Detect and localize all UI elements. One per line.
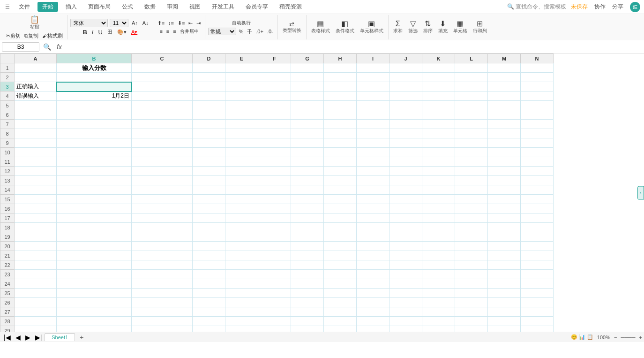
cell-I23[interactable] xyxy=(357,270,389,279)
cell-K11[interactable] xyxy=(422,157,455,167)
cell-M3[interactable] xyxy=(488,82,521,91)
cell-K7[interactable] xyxy=(422,120,455,129)
cell-F6[interactable] xyxy=(258,110,291,120)
cell-G7[interactable] xyxy=(291,120,324,129)
cell-I16[interactable] xyxy=(357,204,389,213)
row-num-11[interactable]: 11 xyxy=(0,157,15,167)
col-header-L[interactable]: L xyxy=(455,54,488,63)
cell-I25[interactable] xyxy=(357,289,389,298)
review-tab[interactable]: 审阅 xyxy=(163,2,182,12)
cell-J8[interactable] xyxy=(389,129,422,138)
align-center-button[interactable]: ≡ xyxy=(165,28,171,35)
cell-J1[interactable] xyxy=(389,63,422,73)
cell-M11[interactable] xyxy=(488,157,521,167)
cell-F19[interactable] xyxy=(258,232,291,242)
cell-G6[interactable] xyxy=(291,110,324,120)
cell-D12[interactable] xyxy=(193,167,225,176)
cell-M28[interactable] xyxy=(488,317,521,326)
cell-D11[interactable] xyxy=(193,157,225,167)
copy-button[interactable]: ⧉ 复制 xyxy=(23,32,40,40)
cell-M15[interactable] xyxy=(488,195,521,204)
cell-B10[interactable] xyxy=(57,148,132,157)
cell-L4[interactable] xyxy=(455,91,488,101)
row-num-14[interactable]: 14 xyxy=(0,185,15,195)
cell-D4[interactable] xyxy=(193,91,225,101)
cell-D26[interactable] xyxy=(193,298,225,307)
cell-C11[interactable] xyxy=(132,157,193,167)
cell-G1[interactable] xyxy=(291,63,324,73)
cell-D15[interactable] xyxy=(193,195,225,204)
cell-C19[interactable] xyxy=(132,232,193,242)
layout-tab[interactable]: 页面布局 xyxy=(84,2,114,12)
cell-A3[interactable]: 正确输入 xyxy=(15,82,57,91)
cell-A21[interactable] xyxy=(15,251,57,260)
cell-I15[interactable] xyxy=(357,195,389,204)
cell-N28[interactable] xyxy=(521,317,554,326)
cell-B9[interactable] xyxy=(57,138,132,148)
cell-H8[interactable] xyxy=(324,129,357,138)
cell-G26[interactable] xyxy=(291,298,324,307)
cell-E28[interactable] xyxy=(225,317,258,326)
cell-I26[interactable] xyxy=(357,298,389,307)
cell-E19[interactable] xyxy=(225,232,258,242)
cell-L6[interactable] xyxy=(455,110,488,120)
cell-D1[interactable] xyxy=(193,63,225,73)
cell-L25[interactable] xyxy=(455,289,488,298)
cell-I22[interactable] xyxy=(357,260,389,270)
add-sheet-button[interactable]: + xyxy=(76,333,87,342)
cell-B20[interactable] xyxy=(57,242,132,251)
font-shrink-button[interactable]: A↓ xyxy=(141,20,150,26)
cell-L9[interactable] xyxy=(455,138,488,148)
cell-H2[interactable] xyxy=(324,73,357,82)
cell-F10[interactable] xyxy=(258,148,291,157)
indent-decrease-button[interactable]: ⇤ xyxy=(187,20,194,27)
cell-B19[interactable] xyxy=(57,232,132,242)
auto-convert-button[interactable]: 自动换行 xyxy=(231,19,252,27)
cell-D13[interactable] xyxy=(193,176,225,185)
cell-H20[interactable] xyxy=(324,242,357,251)
thousand-button[interactable]: 千 xyxy=(246,28,254,36)
cell-G2[interactable] xyxy=(291,73,324,82)
cell-L20[interactable] xyxy=(455,242,488,251)
grid-wrapper[interactable]: A B C D E F G H I J K L M N 1输入分 xyxy=(0,53,644,332)
cell-E26[interactable] xyxy=(225,298,258,307)
cell-N6[interactable] xyxy=(521,110,554,120)
sheet-nav-prev[interactable]: ◀ xyxy=(14,334,22,341)
cell-M6[interactable] xyxy=(488,110,521,120)
cell-A2[interactable] xyxy=(15,73,57,82)
cell-M26[interactable] xyxy=(488,298,521,307)
cell-L2[interactable] xyxy=(455,73,488,82)
cell-B27[interactable] xyxy=(57,307,132,317)
cell-J26[interactable] xyxy=(389,298,422,307)
cell-K18[interactable] xyxy=(422,223,455,232)
cell-F1[interactable] xyxy=(258,63,291,73)
cell-F29[interactable] xyxy=(258,326,291,332)
cell-L21[interactable] xyxy=(455,251,488,260)
cell-H21[interactable] xyxy=(324,251,357,260)
cell-F11[interactable] xyxy=(258,157,291,167)
cell-I14[interactable] xyxy=(357,185,389,195)
cell-J11[interactable] xyxy=(389,157,422,167)
cell-K16[interactable] xyxy=(422,204,455,213)
cell-I29[interactable] xyxy=(357,326,389,332)
cell-N13[interactable] xyxy=(521,176,554,185)
row-num-10[interactable]: 10 xyxy=(0,148,15,157)
cell-K12[interactable] xyxy=(422,167,455,176)
cell-M23[interactable] xyxy=(488,270,521,279)
cell-H14[interactable] xyxy=(324,185,357,195)
underline-button[interactable]: U xyxy=(97,28,104,36)
cell-F20[interactable] xyxy=(258,242,291,251)
cell-J21[interactable] xyxy=(389,251,422,260)
cell-A1[interactable] xyxy=(15,63,57,73)
cell-K8[interactable] xyxy=(422,129,455,138)
cell-A10[interactable] xyxy=(15,148,57,157)
row-num-9[interactable]: 9 xyxy=(0,138,15,148)
cell-C26[interactable] xyxy=(132,298,193,307)
cell-I5[interactable] xyxy=(357,101,389,110)
cell-M2[interactable] xyxy=(488,73,521,82)
cell-H23[interactable] xyxy=(324,270,357,279)
cell-N11[interactable] xyxy=(521,157,554,167)
cell-B12[interactable] xyxy=(57,167,132,176)
cell-F24[interactable] xyxy=(258,279,291,289)
cell-I28[interactable] xyxy=(357,317,389,326)
